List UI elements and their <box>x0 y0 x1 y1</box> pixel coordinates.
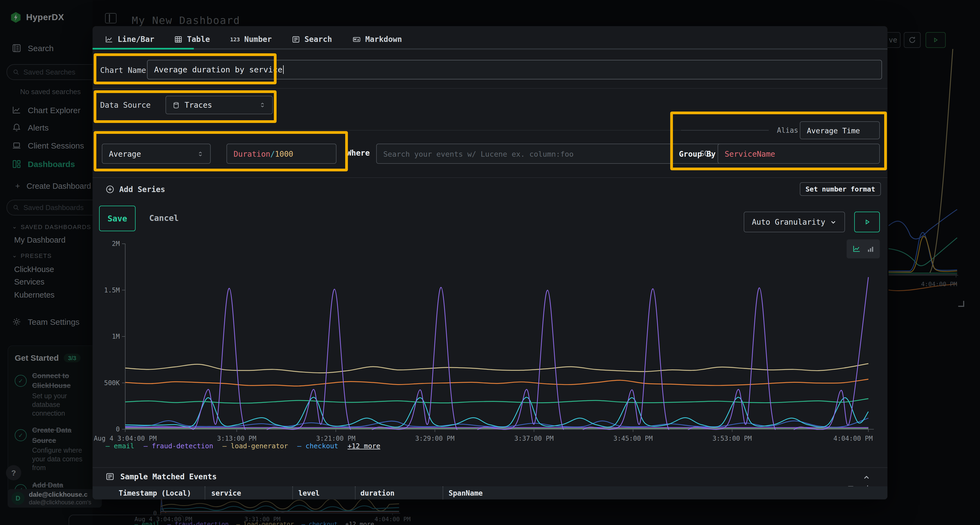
table-icon <box>175 35 183 43</box>
save-button[interactable]: Save <box>99 206 135 231</box>
svg-text:3:21:00 PM: 3:21:00 PM <box>316 435 356 442</box>
group-by-input[interactable]: ServiceName <box>718 144 880 164</box>
divider <box>92 88 888 89</box>
set-number-format-button[interactable]: Set number format <box>800 182 881 196</box>
tabs-divider <box>92 48 888 49</box>
chevron-down-icon <box>830 219 837 225</box>
chevron-updown-icon <box>197 151 204 157</box>
play-icon <box>863 218 871 226</box>
tab-line-bar[interactable]: Line/Bar <box>105 35 154 43</box>
list-doc-icon <box>292 35 300 43</box>
granularity-select[interactable]: Auto Granularity <box>744 212 845 232</box>
divider <box>92 178 888 178</box>
where-label: Where <box>347 149 370 157</box>
column-header[interactable]: Timestamp (Local) <box>119 489 191 497</box>
number-123-icon: 123 <box>230 36 240 42</box>
collapse-chevron-up-icon[interactable] <box>862 473 870 482</box>
database-icon <box>173 102 180 109</box>
chart-editor-modal: Line/Bar Table 123 Number Search Markdow… <box>92 26 888 500</box>
markdown-icon <box>352 35 361 43</box>
alias-label: Alias <box>777 126 798 134</box>
field-token: 1000 <box>275 149 293 158</box>
screen: HyperDX Search Saved Searches No saved s… <box>0 0 980 525</box>
svg-text:0: 0 <box>116 425 120 433</box>
text-cursor <box>283 65 284 74</box>
data-source-select[interactable]: Traces <box>165 96 273 114</box>
chart-type-tabs: Line/Bar Table 123 Number Search Markdow… <box>92 30 402 48</box>
svg-text:3:45:00 PM: 3:45:00 PM <box>613 435 653 442</box>
cancel-button[interactable]: Cancel <box>149 213 178 223</box>
chevron-updown-icon <box>259 102 266 108</box>
chart-name-label: Chart Name <box>100 66 146 75</box>
column-header[interactable]: duration <box>360 489 395 497</box>
sample-matched-events-header[interactable]: Sample Matched Events <box>106 472 217 481</box>
legend-item[interactable]: — email <box>106 442 134 450</box>
tab-search[interactable]: Search <box>292 35 332 43</box>
column-header[interactable]: SpanName <box>449 489 483 497</box>
svg-text:3:13:00 PM: 3:13:00 PM <box>217 435 256 442</box>
tab-table[interactable]: Table <box>175 35 210 43</box>
chart-name-input[interactable]: Average duration by service <box>147 60 882 79</box>
svg-text:3:29:00 PM: 3:29:00 PM <box>415 435 455 442</box>
column-header[interactable]: level <box>298 489 320 497</box>
active-tab-underline <box>92 48 194 49</box>
svg-text:1M: 1M <box>112 333 120 340</box>
legend-more-link[interactable]: +12 more <box>348 442 380 450</box>
svg-text:4:04:00 PM: 4:04:00 PM <box>834 435 873 442</box>
events-table-header: Timestamp (Local) service level duration… <box>92 486 888 500</box>
line-chart-icon <box>105 35 113 43</box>
run-chart-button[interactable] <box>854 212 880 232</box>
legend-item[interactable]: — checkout <box>297 442 338 450</box>
where-placeholder: Search your events w/ Lucene ex. column:… <box>383 149 574 158</box>
divider <box>92 130 769 130</box>
timeseries-chart[interactable]: 0500K1M1.5M2MAug 4 3:04:00 PM3:13:00 PM3… <box>92 240 888 454</box>
tab-number[interactable]: 123 Number <box>230 35 272 43</box>
field-token: Duration <box>234 149 270 158</box>
data-source-label: Data Source <box>100 101 151 109</box>
svg-text:500K: 500K <box>104 379 120 387</box>
chart-legend: — email— fraud-detection— load-generator… <box>106 442 380 450</box>
legend-item[interactable]: — fraud-detection <box>143 442 213 450</box>
plus-circle-icon <box>106 185 115 194</box>
add-series-button[interactable]: Add Series <box>106 185 165 194</box>
svg-text:2M: 2M <box>112 240 120 247</box>
column-header[interactable]: service <box>211 489 241 497</box>
list-doc-icon <box>106 472 115 481</box>
field-expression-input[interactable]: Duration/1000 <box>226 144 336 164</box>
legend-item[interactable]: — load-generator <box>223 442 288 450</box>
group-by-label: Group By <box>679 150 716 158</box>
divider <box>92 467 888 468</box>
svg-text:Aug 4 3:04:00 PM: Aug 4 3:04:00 PM <box>94 435 156 442</box>
alias-input[interactable]: Average Time <box>800 121 880 139</box>
tab-markdown[interactable]: Markdown <box>352 35 402 43</box>
svg-text:3:53:00 PM: 3:53:00 PM <box>713 435 752 442</box>
svg-text:1.5M: 1.5M <box>104 286 120 294</box>
svg-text:3:37:00 PM: 3:37:00 PM <box>514 435 554 442</box>
alias-divider <box>681 130 769 130</box>
aggregation-select[interactable]: Average <box>102 144 211 164</box>
field-token: / <box>270 149 275 158</box>
